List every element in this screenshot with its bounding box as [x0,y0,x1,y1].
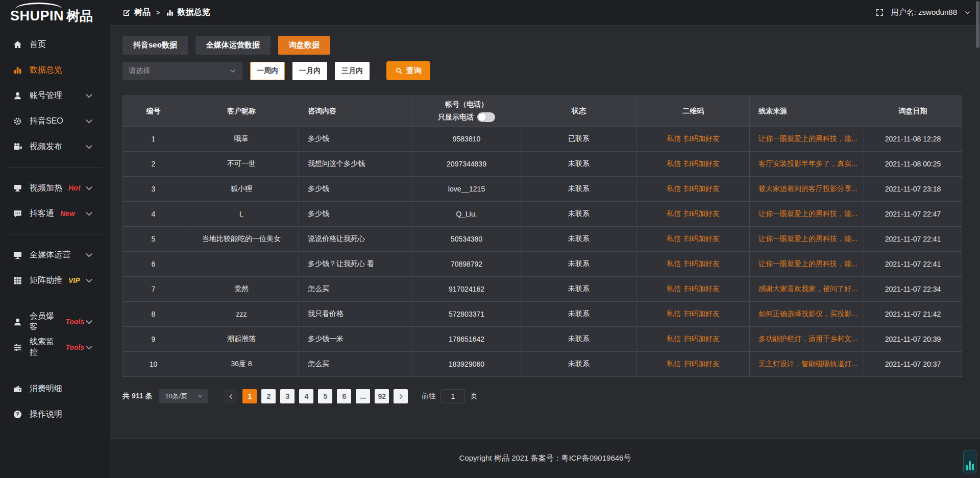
page-button[interactable]: 2 [261,389,276,403]
sidebar-item-badge: Tools [65,343,84,351]
sidebar-divider [7,301,103,301]
cell-qr: 私信扫码加好友 [637,252,750,277]
tab-3[interactable]: 询盘数据 [278,36,330,55]
page-button[interactable]: 4 [299,389,313,403]
source-link[interactable]: 如何正确选择投影仪，买投影... [758,309,857,318]
overlay-widget[interactable] [963,450,976,473]
sidebar-item-label: 线索监控 [30,337,59,358]
private-message-link[interactable]: 私信 [667,309,681,318]
prev-page-button[interactable] [224,389,238,403]
scan-add-friend-link[interactable]: 扫码加好友 [684,309,720,318]
logo: SHUPIN 树品 [0,0,110,32]
range-button[interactable]: 一月内 [292,62,327,80]
query-button[interactable]: 查询 [386,61,430,80]
sidebar-item[interactable]: 首页 [0,32,110,57]
source-link[interactable]: 让你一眼就爱上的黑科技，能... [758,259,857,268]
source-link[interactable]: 让你一眼就爱上的黑科技，能... [758,134,857,142]
phone-only-control: 只显示电话 [418,112,516,122]
more-pages-button[interactable]: ... [356,389,370,403]
sidebar-item[interactable]: ?操作说明 [0,401,110,427]
next-page-button[interactable] [394,389,408,403]
cell-date: 2021-11-07 22:41 [864,252,962,277]
tab-1[interactable]: 抖音seo数据 [122,36,188,55]
cell-source: 让你一眼就爱上的黑科技，能... [750,127,864,152]
cell-content: 怎么买 [299,277,412,302]
goto-page-input[interactable] [440,389,465,403]
scan-add-friend-link[interactable]: 扫码加好友 [684,134,720,142]
private-message-link[interactable]: 私信 [667,360,681,368]
private-message-link[interactable]: 私信 [667,134,681,142]
breadcrumb-item[interactable]: 数据总览 [166,7,210,18]
sidebar-item[interactable]: 消费明细 [0,376,110,401]
sidebar-item[interactable]: 抖音SEO [0,108,110,134]
page-button[interactable]: 5 [318,389,332,403]
breadcrumb-item[interactable]: 树品 [122,7,151,18]
page-button[interactable]: 92 [375,389,389,403]
range-button[interactable]: 三月内 [335,62,370,80]
phone-only-toggle[interactable] [477,112,495,122]
private-message-link[interactable]: 私信 [667,184,681,193]
filter-select[interactable]: 请选择 [122,62,242,80]
scan-add-friend-link[interactable]: 扫码加好友 [684,259,720,268]
sidebar-divider [7,234,103,234]
source-link[interactable]: 客厅安装投影半年多了，真实... [758,159,857,168]
scan-add-friend-link[interactable]: 扫码加好友 [684,159,720,168]
sidebar-item[interactable]: 会员爆客Tools [0,309,110,334]
page-size-select[interactable]: 10条/页 [159,389,208,403]
private-message-link[interactable]: 私信 [667,234,681,243]
wallet-icon [13,384,22,394]
chevron-down-icon[interactable] [964,9,971,16]
chevron-down-icon [229,67,236,75]
private-message-link[interactable]: 私信 [667,334,681,343]
cell-content: 我只看价格 [299,302,412,327]
source-link[interactable]: 让你一眼就爱上的黑科技，能... [758,234,857,243]
cell-source: 客厅安装投影半年多了，真实... [750,152,864,177]
cell-date: 2021-11-07 23:18 [864,177,962,202]
cell-account: 9583810 [412,127,521,152]
sidebar-item[interactable]: 数据总览 [0,57,110,83]
tab-2[interactable]: 全媒体运营数据 [195,36,271,55]
source-link[interactable]: 让你一眼就爱上的黑科技，能... [758,209,857,218]
page-button[interactable]: 3 [280,389,295,403]
sidebar-item[interactable]: 全媒体运营 [0,242,110,268]
scan-add-friend-link[interactable]: 扫码加好友 [684,334,720,343]
scan-add-friend-link[interactable]: 扫码加好友 [684,360,720,368]
sidebar-item[interactable]: 线索监控Tools [0,334,110,360]
sidebar-item[interactable]: 账号管理 [0,83,110,108]
username[interactable]: 用户名: zswodun88 [891,8,957,17]
scan-add-friend-link[interactable]: 扫码加好友 [684,284,720,293]
sidebar-item-label: 数据总览 [30,65,62,76]
filter-bar: 请选择 一周内一月内三月内 查询 [122,61,962,80]
column-header: 咨询内容 [299,96,412,127]
scan-add-friend-link[interactable]: 扫码加好友 [684,209,720,218]
private-message-link[interactable]: 私信 [667,209,681,218]
cell-date: 2021-11-07 22:34 [864,277,962,302]
cell-status: 未联系 [521,327,637,352]
range-button[interactable]: 一周内 [250,62,285,80]
chevron-down-icon [84,91,94,101]
private-message-link[interactable]: 私信 [667,284,681,293]
source-link[interactable]: 多功能护栏灯，适用于乡村文... [758,334,857,343]
fullscreen-icon[interactable] [875,8,884,17]
page-size-label: 10条/页 [165,392,187,401]
scrollbar-thumb[interactable] [976,1,979,48]
page-button[interactable]: 6 [337,389,351,403]
sidebar-item[interactable]: 抖客通New [0,201,110,226]
sidebar-item-label: 视频加热 [30,183,62,194]
sidebar-item[interactable]: 视频加热Hot [0,175,110,201]
source-link[interactable]: 感谢大家喜欢我家，被问了好... [758,284,857,293]
scan-add-friend-link[interactable]: 扫码加好友 [684,234,720,243]
cell-nickname: zzz [184,302,299,327]
sidebar-item-badge: VIP [68,276,80,284]
scan-add-friend-link[interactable]: 扫码加好友 [684,184,720,193]
private-message-link[interactable]: 私信 [667,259,681,268]
sidebar-item[interactable]: 矩阵助推VIP [0,268,110,293]
cell-nickname: 狐小狸 [184,177,299,202]
topbar: 树品>数据总览 用户名: zswodun88 [110,0,980,26]
source-link[interactable]: 被大家追着问的客厅投影分享... [758,184,857,193]
page-button[interactable]: 1 [242,389,257,403]
sidebar-item[interactable]: 视频发布 [0,134,110,159]
source-link[interactable]: 无主灯设计，智能磁吸轨道灯... [758,360,857,368]
private-message-link[interactable]: 私信 [667,159,681,168]
cell-number: 1 [123,127,184,152]
